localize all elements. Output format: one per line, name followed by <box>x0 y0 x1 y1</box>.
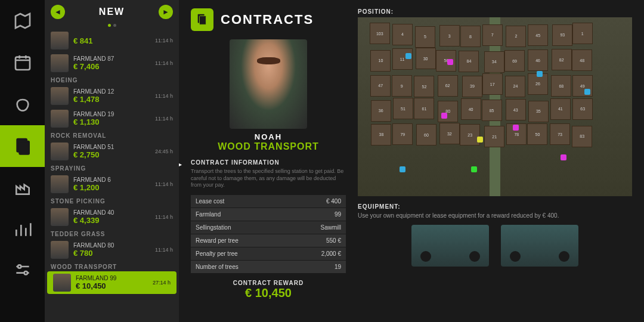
contract-row[interactable]: € 84111:14 h <box>45 29 179 52</box>
map-plot[interactable]: 24 <box>505 76 525 97</box>
map-plot[interactable]: 52 <box>414 76 434 97</box>
nav-calendar[interactable] <box>0 42 45 83</box>
contract-row[interactable]: FARMLAND 99€ 10,45027:14 h <box>47 271 177 294</box>
row-time: 11:14 h <box>155 93 173 99</box>
map-marker[interactable] <box>471 166 477 172</box>
contract-row[interactable]: FARMLAND 87€ 7,40611:14 h <box>45 52 179 75</box>
map-plot[interactable]: 50 <box>527 123 547 145</box>
map-marker[interactable] <box>561 154 566 160</box>
map-plot[interactable]: 103 <box>370 23 390 44</box>
equipment-forwarder[interactable] <box>411 225 489 267</box>
map-plot[interactable]: 5 <box>415 26 435 48</box>
map-plot[interactable]: 69 <box>504 50 525 72</box>
map-plot[interactable]: 63 <box>572 98 593 120</box>
map-marker[interactable] <box>537 71 543 77</box>
row-price: € 7,406 <box>73 62 150 71</box>
nav-map[interactable] <box>0 0 45 42</box>
map-plot[interactable]: 1 <box>572 23 593 44</box>
map-plot[interactable]: 10 <box>370 50 391 72</box>
info-row: Lease cost€ 400 <box>191 195 346 208</box>
row-price: € 780 <box>73 249 150 258</box>
nav-contracts[interactable] <box>0 125 45 167</box>
map-plot[interactable]: 43 <box>506 99 526 120</box>
map-plot[interactable]: 48 <box>572 49 592 71</box>
map-plot[interactable]: 4 <box>392 24 413 45</box>
main-content: CONTRACTS NOAH WOOD TRANSPORT CONTRACT I… <box>179 0 644 322</box>
contract-row[interactable]: FARMLAND 80€ 78011:14 h <box>45 239 179 261</box>
contract-row[interactable]: FARMLAND 51€ 2,75024:45 h <box>45 140 179 163</box>
map-plot[interactable]: 39 <box>462 76 482 97</box>
map-plot[interactable]: 61 <box>414 98 434 119</box>
nav-settings[interactable] <box>0 250 45 292</box>
nav-animals[interactable] <box>0 83 45 125</box>
row-price: € 1,200 <box>73 183 150 192</box>
nav-stats[interactable] <box>0 209 45 250</box>
map-plot[interactable]: 83 <box>572 126 592 147</box>
map-marker[interactable] <box>513 125 519 131</box>
map-plot[interactable]: 47 <box>370 75 391 97</box>
contract-row[interactable]: FARMLAND 6€ 1,20011:14 h <box>45 173 179 196</box>
map-plot[interactable]: 40 <box>461 98 481 120</box>
svg-rect-2 <box>19 141 29 154</box>
map-plot[interactable]: 9 <box>392 75 412 97</box>
map-plot[interactable]: 62 <box>438 75 458 97</box>
nav-production[interactable] <box>0 167 45 209</box>
map-plot[interactable]: 3 <box>439 25 460 47</box>
map-plot[interactable]: 84 <box>459 51 479 72</box>
map-plot[interactable]: 85 <box>482 100 502 121</box>
map-plot[interactable]: 51 <box>393 98 413 119</box>
npc-avatar <box>51 54 69 72</box>
map-plot[interactable]: 41 <box>550 98 571 120</box>
minimap[interactable]: 1034538724593110113056843469468248479526… <box>358 17 632 196</box>
map-plot[interactable]: 56 <box>436 50 456 72</box>
map-marker[interactable] <box>477 137 483 143</box>
svg-point-3 <box>18 265 21 268</box>
map-plot[interactable]: 30 <box>416 48 436 69</box>
expand-handle[interactable]: ▸ <box>179 161 182 168</box>
map-plot[interactable]: 17 <box>482 73 503 95</box>
map-plot[interactable]: 21 <box>484 126 504 147</box>
map-plot[interactable]: 2 <box>506 26 526 47</box>
map-plot[interactable]: 34 <box>484 51 504 73</box>
map-plot[interactable]: 38 <box>371 124 391 145</box>
map-plot[interactable]: 73 <box>550 123 570 145</box>
equipment-trailer[interactable] <box>501 225 578 267</box>
map-plot[interactable]: 36 <box>371 100 391 122</box>
equipment-text: Use your own equipment or lease equipmen… <box>358 212 632 219</box>
info-key: Number of trees <box>196 264 239 270</box>
map-marker[interactable] <box>405 53 411 59</box>
next-category-button[interactable]: ► <box>159 5 173 19</box>
map-plot[interactable]: 68 <box>551 75 571 97</box>
contracts-icon <box>191 8 213 31</box>
map-plot[interactable]: 60 <box>416 124 436 145</box>
map-plot[interactable]: 82 <box>552 49 572 70</box>
map-plot[interactable]: 45 <box>528 24 548 46</box>
row-farmland: FARMLAND 80 <box>73 242 150 249</box>
map-marker[interactable] <box>584 89 590 95</box>
map-plot[interactable]: 80 <box>438 101 458 122</box>
map-plot[interactable]: 35 <box>528 101 549 122</box>
map-plot[interactable]: 79 <box>392 123 413 145</box>
map-marker[interactable] <box>447 59 453 65</box>
row-time: 11:14 h <box>155 38 173 44</box>
contract-list[interactable]: € 84111:14 hFARMLAND 87€ 7,40611:14 hHOE… <box>45 29 179 322</box>
map-plot[interactable]: 11 <box>392 48 413 70</box>
row-farmland: FARMLAND 19 <box>73 111 150 117</box>
contract-row[interactable]: FARMLAND 40€ 4,33911:14 h <box>45 206 179 228</box>
category-header: WOOD TRANSPORT <box>45 261 179 271</box>
map-plot[interactable]: 32 <box>439 123 460 144</box>
category-header: SPRAYING <box>45 163 179 173</box>
contract-row[interactable]: FARMLAND 19€ 1,13011:14 h <box>45 107 179 130</box>
info-key: Sellingstation <box>196 224 231 231</box>
map-marker[interactable] <box>400 166 405 172</box>
prev-category-button[interactable]: ◄ <box>51 5 65 19</box>
map-plot[interactable]: 93 <box>552 24 572 46</box>
map-plot[interactable]: 8 <box>460 26 481 47</box>
page-dots <box>45 24 179 27</box>
map-plot[interactable]: 7 <box>482 24 503 46</box>
map-plot[interactable]: 46 <box>528 49 548 71</box>
row-time: 11:14 h <box>155 247 173 253</box>
contract-row[interactable]: FARMLAND 12€ 1,47811:14 h <box>45 85 179 107</box>
row-price: € 1,478 <box>73 95 150 104</box>
map-marker[interactable] <box>441 113 447 119</box>
